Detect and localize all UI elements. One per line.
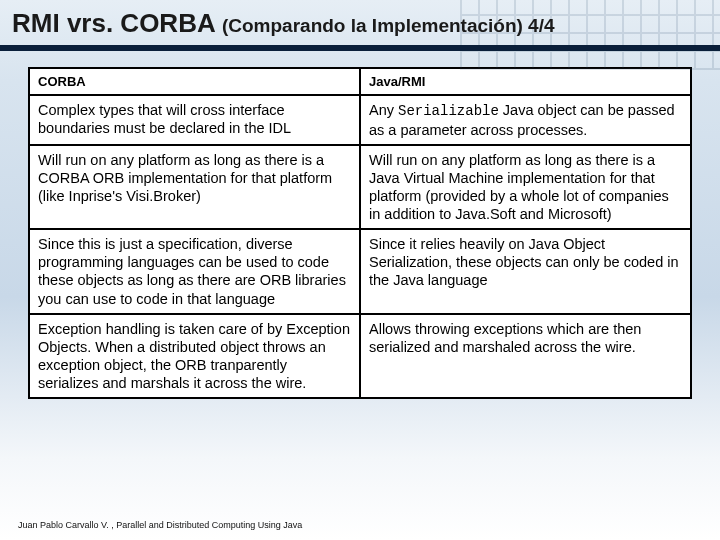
footer-text: Juan Pablo Carvallo V. , Parallel and Di… — [18, 520, 302, 530]
title-bar: RMI vrs. CORBA (Comparando la Implementa… — [0, 0, 720, 49]
table-header-row: CORBA Java/RMI — [29, 68, 691, 95]
table-row: Since this is just a specification, dive… — [29, 229, 691, 314]
table-row: Exception handling is taken care of by E… — [29, 314, 691, 399]
cell-text: Any — [369, 102, 398, 118]
cell-javarmi-1: Any Serializable Java object can be pass… — [360, 95, 691, 145]
comparison-table: CORBA Java/RMI Complex types that will c… — [28, 67, 692, 399]
slide-title-sub: (Comparando la Implementación) 4/4 — [222, 15, 555, 36]
cell-corba-1: Complex types that will cross interface … — [29, 95, 360, 145]
cell-javarmi-2: Will run on any platform as long as ther… — [360, 145, 691, 230]
header-javarmi: Java/RMI — [360, 68, 691, 95]
cell-corba-4: Exception handling is taken care of by E… — [29, 314, 360, 399]
code-serializable: Serializable — [398, 103, 499, 119]
cell-javarmi-4: Allows throwing exceptions which are the… — [360, 314, 691, 399]
table-container: CORBA Java/RMI Complex types that will c… — [0, 49, 720, 409]
slide-title-main: RMI vrs. CORBA — [12, 8, 222, 38]
cell-corba-2: Will run on any platform as long as ther… — [29, 145, 360, 230]
header-corba: CORBA — [29, 68, 360, 95]
cell-javarmi-3: Since it relies heavily on Java Object S… — [360, 229, 691, 314]
table-row: Complex types that will cross interface … — [29, 95, 691, 145]
cell-corba-3: Since this is just a specification, dive… — [29, 229, 360, 314]
table-row: Will run on any platform as long as ther… — [29, 145, 691, 230]
